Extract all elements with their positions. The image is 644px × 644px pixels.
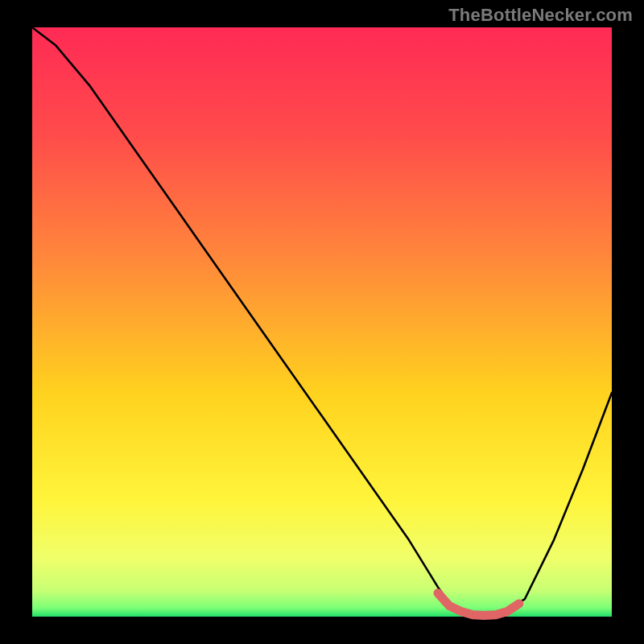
watermark-text: TheBottleNecker.com bbox=[448, 5, 633, 26]
plot-area bbox=[32, 27, 612, 617]
bottleneck-chart bbox=[0, 0, 644, 644]
chart-frame: TheBottleNecker.com bbox=[0, 0, 644, 644]
